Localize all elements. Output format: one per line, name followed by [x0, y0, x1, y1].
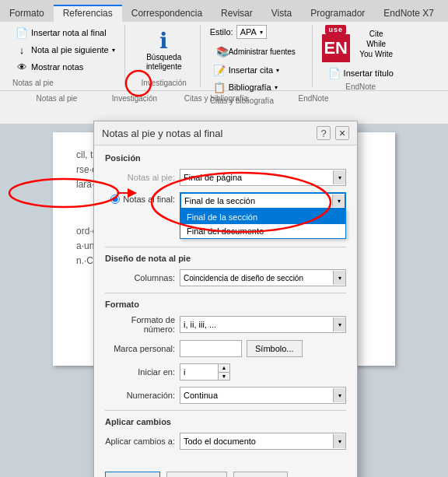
btn-administrar-fuentes[interactable]: 📚 Administrar fuentes	[210, 42, 302, 61]
group-endnote: use EN Cite While You Write 📄 Insertar t…	[316, 25, 406, 87]
aplicar-a-select[interactable]: Todo el documento ▾	[180, 433, 346, 450]
investigacion-group-label: Investigación	[142, 77, 187, 87]
busqueda-icon: ℹ	[152, 28, 177, 53]
ribbon-tabs: Formato Referencias Correspondencia Revi…	[0, 0, 448, 22]
cita-dropdown: ▾	[276, 67, 279, 74]
notas-final-dropdown: Final de la sección Final del documento	[180, 209, 346, 239]
estilo-label: Estilo:	[210, 27, 233, 37]
dialog-close-button[interactable]: ×	[335, 126, 349, 140]
iniciar-spinner: ▲ ▼	[180, 363, 230, 381]
cita-icon: 📝	[213, 64, 226, 76]
aplicar-label: Aplicar cambios	[105, 417, 346, 426]
numero-arrow: ▾	[333, 317, 345, 331]
numero-label: Formato de número:	[105, 315, 175, 334]
divider-1	[105, 247, 346, 247]
numero-row: Formato de número: i, ii, iii, ... ▾	[105, 315, 346, 334]
cancel-button[interactable]: Cancelar	[166, 472, 227, 477]
section-posicion: Posición Notas al pie: Final de página ▾…	[105, 153, 346, 212]
section-disenio: Diseño de nota al pie Columnas: Coincide…	[105, 254, 346, 286]
iniciar-row: Iniciar en: ▲ ▼	[105, 363, 346, 381]
en-logo: EN	[322, 34, 350, 62]
numero-select[interactable]: i, ii, iii, ... ▾	[180, 316, 346, 333]
admin-icon: 📚	[216, 45, 229, 58]
numeracion-arrow: ▾	[333, 388, 345, 402]
notas-pie-label: Notas al pie:	[105, 173, 175, 182]
columnas-row: Columnas: Coincidencia de diseño de secc…	[105, 269, 346, 286]
notas-pie-row: Notas al pie: Final de página ▾	[105, 169, 346, 186]
spinner-up[interactable]: ▲	[219, 364, 229, 373]
notas-final-select[interactable]: Final de la sección ▾	[180, 192, 346, 209]
use-badge: use	[325, 25, 346, 34]
columnas-arrow: ▾	[333, 271, 345, 285]
notas-final-radio-label[interactable]: Notas al final:	[105, 192, 175, 204]
aplicar-a-label: Aplicar cambios a:	[105, 437, 175, 446]
titulo-icon: 📄	[328, 67, 341, 79]
notas-pie-arrow: ▾	[333, 170, 345, 184]
group-citas: Estilo: APA ▾ 📚 Administrar fuentes 📝 In…	[204, 25, 313, 87]
biblio-dropdown: ▾	[275, 84, 278, 91]
aplicar-a-arrow: ▾	[333, 434, 345, 448]
notas-final-radio[interactable]	[110, 195, 120, 204]
btn-mostrar-notas[interactable]: 👁 Mostrar notas	[12, 59, 118, 75]
dialog-titlebar: Notas al pie y notas al final ? ×	[94, 121, 357, 146]
tab-revisar[interactable]: Revisar	[212, 5, 262, 22]
mostrar-notas-icon: 👁	[16, 61, 28, 73]
tab-vista[interactable]: Vista	[262, 5, 301, 22]
dialog-footer: Insertar Cancelar Aplicar	[94, 464, 357, 477]
tab-programador[interactable]: Programador	[301, 5, 374, 22]
notas-final-row: Notas al final: Final de la sección ▾ Fi…	[105, 192, 346, 212]
btn-insertar-titulo[interactable]: 📄 Insertar título	[325, 65, 397, 81]
tab-formato[interactable]: Formato	[0, 5, 54, 22]
btn-insertar-cita[interactable]: 📝 Insertar cita ▾	[210, 62, 306, 78]
dialog-body: Posición Notas al pie: Final de página ▾…	[94, 146, 357, 464]
tab-referencias[interactable]: Referencias	[54, 5, 122, 22]
notas-final-select-container: Final de la sección ▾ Final de la secció…	[180, 192, 346, 212]
tab-correspondencia[interactable]: Correspondencia	[122, 5, 212, 22]
endnote-group-label: EndNote	[345, 81, 376, 91]
disenio-label: Diseño de nota al pie	[105, 254, 346, 263]
spinner-btns: ▲ ▼	[219, 363, 230, 381]
nota-final-icon: 📄	[16, 26, 28, 39]
iniciar-input[interactable]	[180, 363, 219, 381]
dialog-title: Notas al pie y notas al final	[102, 128, 222, 139]
estilo-select[interactable]: APA ▾	[236, 25, 267, 39]
nota-siguiente-icon: ↓	[16, 44, 28, 56]
marca-input[interactable]	[180, 340, 242, 357]
section-aplicar: Aplicar cambios Aplicar cambios a: Todo …	[105, 417, 346, 450]
numeracion-row: Numeración: Continua ▾	[105, 387, 346, 404]
simbolo-button[interactable]: Símbolo...	[247, 340, 303, 357]
notas-items: 📄 Insertar nota al final ↓ Nota al pie s…	[12, 25, 118, 77]
apply-button[interactable]: Aplicar	[233, 472, 288, 477]
dropdown-item-seccion[interactable]: Final de la sección	[180, 210, 345, 224]
btn-busqueda-inteligente[interactable]: ℹ Búsqueda inteligente	[135, 25, 194, 75]
spinner-down[interactable]: ▼	[219, 373, 229, 381]
insert-button[interactable]: Insertar	[105, 472, 160, 477]
biblio-icon: 📋	[213, 81, 226, 93]
dropdown-arrow-nota: ▾	[112, 47, 115, 54]
btn-nota-siguiente[interactable]: ↓ Nota al pie siguiente ▾	[12, 42, 118, 58]
estilo-arrow: ▾	[260, 29, 263, 36]
marca-row: Marca personal: Símbolo...	[105, 340, 346, 357]
marca-label: Marca personal:	[105, 344, 175, 353]
endnote-footer-label: EndNote	[271, 94, 356, 103]
btn-cite-while-you-write[interactable]: Cite While You Write	[353, 26, 400, 62]
citas-group-label: Citas y bibliografía	[210, 95, 274, 105]
notas-final-arrow: ▾	[332, 195, 345, 207]
posicion-label: Posición	[105, 153, 346, 163]
btn-bibliografia[interactable]: 📋 Bibliografía ▾	[210, 79, 306, 95]
tab-endnote[interactable]: EndNote X7	[374, 5, 443, 22]
dropdown-item-documento[interactable]: Final del documento	[180, 224, 345, 238]
notas-group-label: Notas al pie	[12, 77, 54, 87]
group-notas: 📄 Insertar nota al final ↓ Nota al pie s…	[6, 25, 125, 87]
investigacion-footer-label: Investigación	[107, 94, 162, 103]
dialog-controls: ? ×	[317, 126, 349, 140]
group-investigacion: ℹ Búsqueda inteligente Investigación	[128, 25, 201, 87]
numeracion-select[interactable]: Continua ▾	[180, 387, 346, 404]
btn-insertar-nota-final[interactable]: 📄 Insertar nota al final	[12, 25, 118, 40]
columnas-select[interactable]: Coincidencia de diseño de sección ▾	[180, 269, 346, 286]
formato-label: Formato	[105, 300, 346, 309]
section-formato: Formato Formato de número: i, ii, iii, .…	[105, 300, 346, 404]
dialog-help-button[interactable]: ?	[317, 126, 331, 140]
aplicar-a-row: Aplicar cambios a: Todo el documento ▾	[105, 433, 346, 450]
notas-pie-select[interactable]: Final de página ▾	[180, 169, 346, 186]
